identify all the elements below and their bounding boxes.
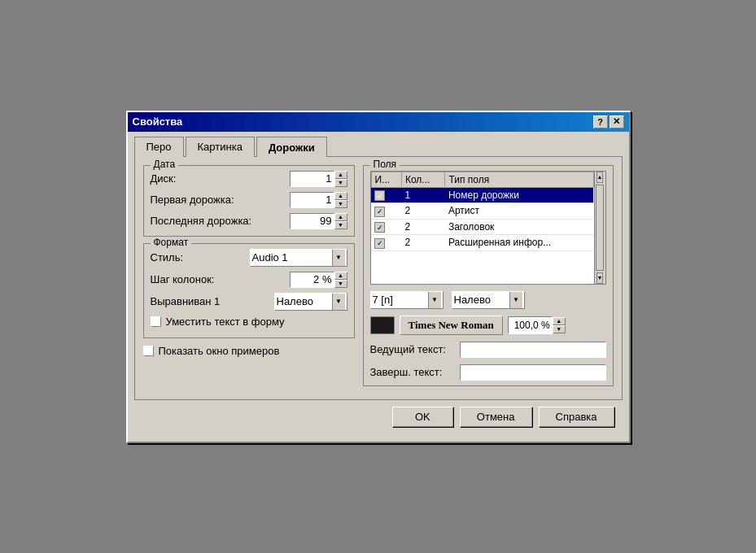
percent-spin-buttons: ▲ ▼ <box>553 317 566 333</box>
preview-row: Показать окно примеров <box>143 345 355 357</box>
data-group-title: Дата <box>151 159 179 170</box>
first-track-input[interactable] <box>290 192 334 208</box>
disc-spin-down[interactable]: ▼ <box>334 179 347 187</box>
row2-type: Артист <box>445 203 593 220</box>
row4-type: Расширенная инфор... <box>445 235 593 251</box>
fit-text-row: Уместить текст в форму <box>151 316 347 328</box>
disc-row: Диск: ▲ ▼ <box>151 171 347 187</box>
step-label: Шаг колонок: <box>151 273 290 285</box>
trailing-text-label: Заверш. текст: <box>370 366 460 378</box>
right-panel: Поля И... Кол... Тип поля <box>363 165 614 391</box>
cancel-button[interactable]: Отмена <box>460 407 532 427</box>
tab-tracks[interactable]: Дорожки <box>256 137 327 157</box>
data-group: Дата Диск: ▲ ▼ Первая дорожка: <box>143 165 355 237</box>
percent-spin-up[interactable]: ▲ <box>553 317 566 325</box>
style-dropdown[interactable]: Audio 1 ▼ <box>250 249 347 267</box>
table-row[interactable]: ✓ 2 Артист <box>371 203 593 220</box>
disc-spin: ▲ ▼ <box>290 171 347 187</box>
fit-text-checkbox[interactable] <box>151 316 161 327</box>
step-spin: ▲ ▼ <box>290 272 347 288</box>
dialog-content: Перо Картинка Дорожки Дата Диск: <box>128 132 629 442</box>
format-dropdown[interactable]: 7 [n] ▼ <box>370 291 444 309</box>
format-dropdown-arrow: ▼ <box>428 292 441 308</box>
col-num-header: Кол... <box>401 172 444 187</box>
leading-text-label: Ведущий текст: <box>370 343 460 355</box>
row1-type: Номер дорожки <box>445 187 593 203</box>
scroll-up-arrow[interactable]: ▲ <box>596 172 604 183</box>
help-button[interactable]: Справка <box>539 407 614 427</box>
row1-check: ✓ <box>371 187 401 203</box>
step-row: Шаг колонок: ▲ ▼ <box>151 272 347 288</box>
disc-input[interactable] <box>290 171 334 187</box>
first-track-spin-down[interactable]: ▼ <box>334 200 347 208</box>
table-row[interactable]: ✓ 2 Расширенная инфор... <box>371 235 593 251</box>
leading-text-row: Ведущий текст: <box>370 342 606 358</box>
right-align-dropdown-arrow: ▼ <box>509 292 522 308</box>
trailing-text-input[interactable] <box>460 364 606 381</box>
ok-button[interactable]: OK <box>392 407 453 427</box>
tab-picture[interactable]: Картинка <box>186 137 255 157</box>
align-dropdown-text: Налево <box>277 295 332 307</box>
first-track-label: Первая дорожка: <box>151 194 290 206</box>
close-title-button[interactable]: ✕ <box>610 115 624 128</box>
leading-text-input[interactable] <box>460 342 606 358</box>
percent-spin: ▲ ▼ <box>508 316 566 334</box>
first-track-row: Первая дорожка: ▲ ▼ <box>151 192 347 208</box>
window-title: Свойства <box>133 115 183 128</box>
disc-spin-buttons: ▲ ▼ <box>334 171 347 187</box>
style-label: Стиль: <box>151 251 250 263</box>
dialog-window: Свойства ? ✕ Перо Картинка Дорожки <box>126 111 631 443</box>
fields-table-container: И... Кол... Тип поля ✓ 1 Ном <box>370 171 606 285</box>
preview-label: Показать окно примеров <box>159 345 280 357</box>
row2-check: ✓ <box>371 203 401 220</box>
align-dropdown[interactable]: Налево ▼ <box>274 293 347 311</box>
last-track-row: Последняя дорожка: ▲ ▼ <box>151 213 347 229</box>
row3-type: Заголовок <box>445 219 593 235</box>
right-align-dropdown[interactable]: Налево ▼ <box>452 291 525 309</box>
row3-check: ✓ <box>371 219 401 235</box>
row4-num: 2 <box>401 235 444 251</box>
style-dropdown-arrow: ▼ <box>332 250 345 266</box>
preview-checkbox[interactable] <box>143 346 154 356</box>
percent-input[interactable] <box>508 316 553 334</box>
first-track-spin: ▲ ▼ <box>290 192 347 208</box>
scroll-thumb[interactable] <box>596 185 604 271</box>
disc-spin-up[interactable]: ▲ <box>334 171 347 179</box>
step-spin-up[interactable]: ▲ <box>334 272 347 280</box>
step-spin-down[interactable]: ▼ <box>334 280 347 288</box>
last-track-spin-down[interactable]: ▼ <box>334 221 347 229</box>
step-spin-buttons: ▲ ▼ <box>334 272 347 288</box>
fields-group: Поля И... Кол... Тип поля <box>363 165 614 386</box>
last-track-spin: ▲ ▼ <box>290 213 347 229</box>
font-button[interactable]: Times New Roman <box>400 316 503 335</box>
last-track-input[interactable] <box>290 213 334 229</box>
fields-group-title: Поля <box>370 159 400 170</box>
align-label: Выравниван 1 <box>151 295 274 307</box>
percent-spin-down[interactable]: ▼ <box>553 325 566 333</box>
tab-pen[interactable]: Перо <box>134 137 184 157</box>
last-track-label: Последняя дорожка: <box>151 215 290 227</box>
last-track-spin-buttons: ▲ ▼ <box>334 213 347 229</box>
color-swatch[interactable] <box>370 316 395 334</box>
first-track-spin-up[interactable]: ▲ <box>334 192 347 200</box>
first-track-spin-buttons: ▲ ▼ <box>334 192 347 208</box>
title-bar: Свойства ? ✕ <box>128 112 629 132</box>
format-group: Формат Стиль: Audio 1 ▼ Шаг колонок: <box>143 243 355 338</box>
help-title-button[interactable]: ? <box>593 115 608 128</box>
tab-content: Дата Диск: ▲ ▼ Первая дорожка: <box>134 156 623 400</box>
style-row: Стиль: Audio 1 ▼ <box>151 249 347 267</box>
font-row: Times New Roman ▲ ▼ <box>370 316 606 335</box>
table-row[interactable]: ✓ 2 Заголовок <box>371 219 593 235</box>
style-dropdown-text: Audio 1 <box>252 251 332 263</box>
right-align-dropdown-text: Налево <box>454 294 509 306</box>
trailing-text-row: Заверш. текст: <box>370 364 606 381</box>
fields-scrollbar: ▲ ▼ <box>594 172 605 284</box>
format-align-row: 7 [n] ▼ Налево ▼ <box>370 291 606 309</box>
row4-check: ✓ <box>371 235 401 251</box>
table-row[interactable]: ✓ 1 Номер дорожки <box>371 187 593 203</box>
col-type-header: Тип поля <box>445 172 593 187</box>
last-track-spin-up[interactable]: ▲ <box>334 213 347 221</box>
scroll-down-arrow[interactable]: ▼ <box>596 272 604 284</box>
step-input[interactable] <box>290 272 334 288</box>
row2-num: 2 <box>401 203 444 220</box>
